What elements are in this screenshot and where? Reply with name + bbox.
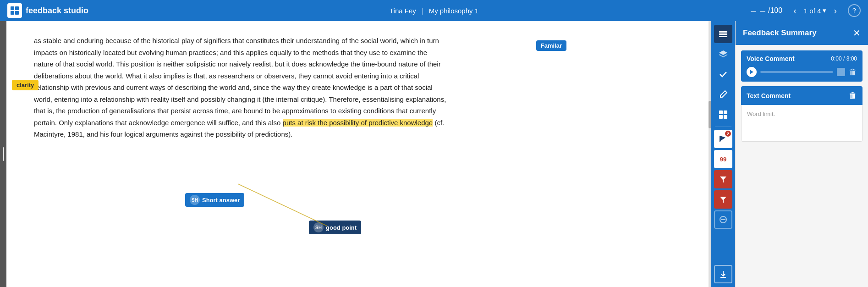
logo-icon bbox=[7, 3, 22, 18]
voice-comment-header: Voice Comment 0:00 / 3:00 bbox=[747, 55, 857, 62]
delete-voice-button[interactable]: 🗑 bbox=[849, 67, 857, 77]
grid-tool-button[interactable] bbox=[714, 105, 732, 124]
app-logo: feedback studio bbox=[7, 3, 88, 18]
main-area: clarity as stable and enduring because o… bbox=[0, 21, 868, 287]
edit-tool-button[interactable] bbox=[714, 85, 732, 104]
voice-comment-box: Voice Comment 0:00 / 3:00 🗑 bbox=[741, 50, 863, 82]
play-button[interactable] bbox=[747, 67, 757, 77]
svg-rect-3 bbox=[15, 11, 19, 15]
flag-count-button[interactable]: 2 bbox=[714, 130, 732, 148]
stop-button[interactable] bbox=[837, 68, 845, 76]
header-right: – – /100 ‹ 1 of 4 ▾ › ? bbox=[751, 4, 861, 18]
sidebar-toolbar: 2 99 bbox=[711, 21, 735, 287]
check-tool-button[interactable] bbox=[714, 65, 732, 83]
good-point-label: good point bbox=[326, 224, 357, 231]
delete-text-button[interactable]: 🗑 bbox=[849, 91, 857, 100]
svg-rect-12 bbox=[724, 115, 727, 119]
flag-count-badge: 2 bbox=[725, 131, 731, 137]
assignment-name: My philosophy 1 bbox=[429, 7, 478, 15]
scrollbar-track[interactable] bbox=[709, 21, 711, 287]
good-point-inner[interactable]: SH good point bbox=[309, 221, 361, 234]
layers2-tool-button[interactable] bbox=[714, 45, 732, 63]
svg-marker-8 bbox=[719, 50, 727, 55]
filter2-button[interactable] bbox=[714, 190, 732, 209]
svg-rect-6 bbox=[719, 33, 727, 35]
score-area: – – /100 bbox=[751, 6, 782, 16]
good-point-avatar: SH bbox=[313, 222, 324, 232]
svg-marker-13 bbox=[720, 136, 725, 141]
text-comment-header: Text Comment 🗑 bbox=[741, 86, 863, 105]
voice-comment-label: Voice Comment bbox=[747, 55, 795, 62]
header-center: Tina Fey | My philosophy 1 bbox=[390, 7, 478, 15]
feedback-close-button[interactable]: ✕ bbox=[853, 28, 861, 39]
clarity-badge[interactable]: clarity bbox=[12, 81, 38, 89]
feedback-content: Voice Comment 0:00 / 3:00 🗑 Text Comment… bbox=[736, 45, 868, 147]
svg-rect-2 bbox=[11, 11, 14, 15]
voice-comment-controls: 🗑 bbox=[747, 67, 857, 77]
nav-arrows: ‹ 1 of 4 ▾ › bbox=[790, 4, 841, 18]
familar-badge-inner[interactable]: Familar bbox=[536, 40, 566, 51]
text-part1: as stable and enduring because of the hi… bbox=[34, 37, 446, 127]
voice-comment-time: 0:00 / 3:00 bbox=[831, 55, 857, 62]
download-button[interactable] bbox=[714, 265, 732, 283]
score-value: – – bbox=[751, 6, 766, 16]
short-answer-inner[interactable]: SH Short answer bbox=[185, 193, 244, 207]
student-name: Tina Fey bbox=[390, 7, 416, 15]
svg-rect-1 bbox=[15, 6, 19, 10]
text-comment-label: Text Comment bbox=[747, 92, 791, 99]
page-indicator[interactable]: 1 of 4 ▾ bbox=[804, 6, 827, 15]
svg-rect-5 bbox=[719, 31, 727, 33]
app-header: feedback studio Tina Fey | My philosophy… bbox=[0, 0, 868, 21]
number-99-button[interactable]: 99 bbox=[714, 150, 732, 168]
left-collapse-tab[interactable] bbox=[0, 21, 6, 287]
app-name: feedback studio bbox=[26, 6, 88, 16]
clarity-label: clarity bbox=[12, 80, 38, 90]
svg-marker-16 bbox=[720, 197, 726, 203]
next-page-button[interactable]: › bbox=[830, 4, 841, 18]
document-area: clarity as stable and enduring because o… bbox=[6, 21, 709, 287]
document-text: as stable and enduring because of the hi… bbox=[34, 35, 446, 140]
text-comment-body[interactable]: Word limit. bbox=[741, 105, 863, 142]
short-answer-avatar: SH bbox=[190, 195, 200, 205]
page-number: 1 of 4 bbox=[804, 7, 821, 15]
highlighted-text: puts at risk the possibility of predicti… bbox=[283, 119, 433, 127]
good-point-badge[interactable]: SH good point bbox=[309, 221, 361, 234]
tab-line bbox=[3, 147, 4, 161]
feedback-header: Feedback Summary ✕ bbox=[736, 21, 868, 45]
text-comment-placeholder: Word limit. bbox=[747, 110, 775, 117]
short-answer-badge[interactable]: SH Short answer bbox=[185, 193, 244, 207]
page-chevron: ▾ bbox=[823, 6, 826, 15]
prev-page-button[interactable]: ‹ bbox=[790, 4, 800, 18]
svg-line-4 bbox=[238, 184, 327, 226]
header-separator: | bbox=[422, 7, 423, 15]
feedback-panel: Feedback Summary ✕ Voice Comment 0:00 / … bbox=[735, 21, 868, 287]
layers-tool-button[interactable] bbox=[714, 25, 732, 43]
svg-rect-0 bbox=[11, 6, 14, 10]
svg-rect-10 bbox=[724, 110, 727, 114]
progress-bar[interactable] bbox=[760, 71, 833, 73]
toolbar-separator-1 bbox=[715, 127, 731, 127]
familar-label: Familar bbox=[541, 42, 562, 49]
help-button[interactable]: ? bbox=[848, 4, 861, 17]
familar-badge[interactable]: Familar bbox=[536, 40, 566, 51]
feedback-title: Feedback Summary bbox=[743, 28, 817, 38]
filter-button[interactable] bbox=[714, 170, 732, 188]
svg-rect-7 bbox=[719, 36, 727, 37]
svg-marker-21 bbox=[750, 70, 753, 74]
number-99: 99 bbox=[720, 156, 726, 163]
svg-rect-9 bbox=[719, 110, 723, 114]
text-comment-box: Text Comment 🗑 Word limit. bbox=[741, 86, 863, 142]
scrollbar-thumb[interactable] bbox=[709, 101, 711, 128]
score-total: /100 bbox=[768, 6, 782, 15]
svg-rect-11 bbox=[719, 115, 723, 119]
no-entry-button[interactable] bbox=[714, 210, 732, 229]
short-answer-label: Short answer bbox=[202, 197, 240, 204]
svg-marker-15 bbox=[720, 177, 726, 182]
